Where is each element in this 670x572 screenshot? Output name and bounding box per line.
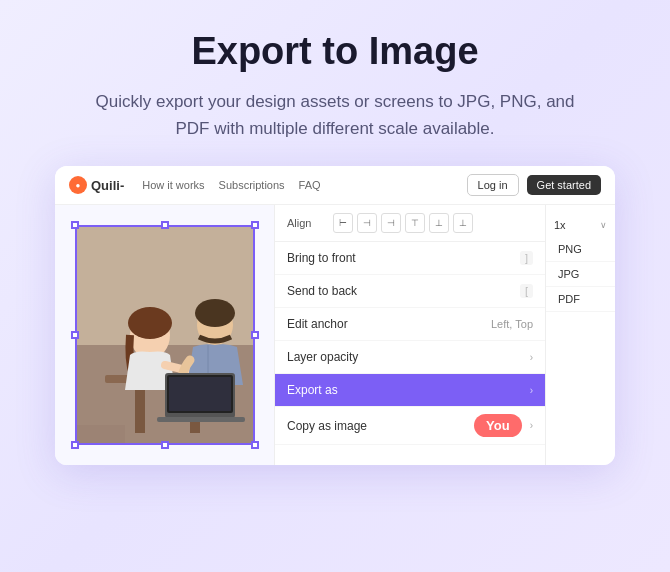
nav-bar: ● Quili- How it works Subscriptions FAQ … (55, 166, 615, 205)
handle-bottom-right[interactable] (251, 441, 259, 449)
right-panel-outer: Align ⊢ ⊣ ⊣ ⊤ ⊥ ⊥ Bring to front ] (275, 205, 615, 465)
align-center-h-icon[interactable]: ⊣ (357, 213, 377, 233)
pdf-option[interactable]: PDF (546, 287, 615, 312)
layer-opacity-chevron: › (530, 352, 533, 363)
align-row: Align ⊢ ⊣ ⊣ ⊤ ⊥ ⊥ (275, 205, 545, 242)
align-center-v-icon[interactable]: ⊥ (429, 213, 449, 233)
handle-top-right[interactable] (251, 221, 259, 229)
svg-rect-14 (157, 417, 245, 422)
page-heading: Export to Image (191, 30, 478, 74)
nav-links: How it works Subscriptions FAQ (142, 179, 320, 191)
handle-left-mid[interactable] (71, 331, 79, 339)
canvas-panel (55, 205, 275, 465)
layer-opacity-row[interactable]: Layer opacity › (275, 341, 545, 374)
svg-rect-4 (135, 383, 145, 433)
jpg-option[interactable]: JPG (546, 262, 615, 287)
scale-selector[interactable]: 1x ∨ (546, 213, 615, 237)
svg-rect-13 (169, 377, 231, 411)
side-export-panel: 1x ∨ PNG JPG PDF (545, 205, 615, 465)
edit-anchor-label: Edit anchor (287, 317, 491, 331)
bring-to-front-row[interactable]: Bring to front ] (275, 242, 545, 275)
bring-to-front-shortcut: ] (520, 251, 533, 265)
nav-actions: Log in Get started (467, 174, 601, 196)
layer-opacity-label: Layer opacity (287, 350, 524, 364)
props-container: Align ⊢ ⊣ ⊣ ⊤ ⊥ ⊥ Bring to front ] (275, 205, 545, 465)
png-option[interactable]: PNG (546, 237, 615, 262)
bring-to-front-label: Bring to front (287, 251, 520, 265)
svg-point-7 (128, 307, 172, 339)
align-bottom-icon[interactable]: ⊥ (453, 213, 473, 233)
align-icons: ⊢ ⊣ ⊣ ⊤ ⊥ ⊥ (333, 213, 473, 233)
export-as-chevron: › (530, 385, 533, 396)
handle-top-mid[interactable] (161, 221, 169, 229)
send-to-back-shortcut: [ (520, 284, 533, 298)
handle-bottom-left[interactable] (71, 441, 79, 449)
handle-top-left[interactable] (71, 221, 79, 229)
align-top-icon[interactable]: ⊤ (405, 213, 425, 233)
scale-chevron: ∨ (600, 220, 607, 230)
svg-point-10 (195, 299, 235, 327)
nav-logo: ● Quili- (69, 176, 124, 194)
edit-anchor-value: Left, Top (491, 318, 533, 330)
copy-as-image-chevron: › (530, 420, 533, 431)
copy-as-image-label: Copy as image (287, 419, 474, 433)
send-to-back-label: Send to back (287, 284, 520, 298)
photo-placeholder (75, 225, 255, 445)
align-label: Align (287, 217, 327, 229)
edit-anchor-row[interactable]: Edit anchor Left, Top (275, 308, 545, 341)
logo-text: Quili- (91, 178, 124, 193)
get-started-button[interactable]: Get started (527, 175, 601, 195)
handle-bottom-mid[interactable] (161, 441, 169, 449)
app-window: ● Quili- How it works Subscriptions FAQ … (55, 166, 615, 465)
export-as-row[interactable]: Export as › (275, 374, 545, 407)
svg-rect-15 (75, 425, 125, 445)
page-subtitle: Quickly export your design assets or scr… (95, 88, 575, 142)
scale-value: 1x (554, 219, 566, 231)
copy-as-image-row[interactable]: Copy as image You › (275, 407, 545, 445)
main-area: Align ⊢ ⊣ ⊣ ⊤ ⊥ ⊥ Bring to front ] (55, 205, 615, 465)
align-right-icon[interactable]: ⊣ (381, 213, 401, 233)
logo-icon: ● (69, 176, 87, 194)
you-badge: You (474, 414, 522, 437)
login-button[interactable]: Log in (467, 174, 519, 196)
align-left-icon[interactable]: ⊢ (333, 213, 353, 233)
nav-link-how[interactable]: How it works (142, 179, 204, 191)
nav-link-faq[interactable]: FAQ (299, 179, 321, 191)
export-as-label: Export as (287, 383, 524, 397)
handle-right-mid[interactable] (251, 331, 259, 339)
send-to-back-row[interactable]: Send to back [ (275, 275, 545, 308)
selected-image[interactable] (75, 225, 255, 445)
nav-link-subscriptions[interactable]: Subscriptions (219, 179, 285, 191)
